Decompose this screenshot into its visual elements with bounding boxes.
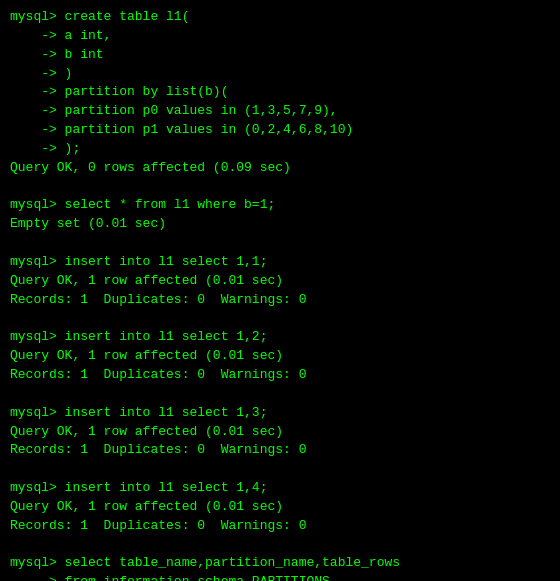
line-3: -> b int (10, 46, 550, 65)
line-26: mysql> insert into l1 select 1,4; (10, 479, 550, 498)
line-6: -> partition p0 values in (1,3,5,7,9), (10, 102, 550, 121)
line-24: Records: 1 Duplicates: 0 Warnings: 0 (10, 441, 550, 460)
line-28: Records: 1 Duplicates: 0 Warnings: 0 (10, 517, 550, 536)
line-1: mysql> create table l1( (10, 8, 550, 27)
line-2: -> a int, (10, 27, 550, 46)
line-27: Query OK, 1 row affected (0.01 sec) (10, 498, 550, 517)
line-19: Query OK, 1 row affected (0.01 sec) (10, 347, 550, 366)
line-18: mysql> insert into l1 select 1,2; (10, 328, 550, 347)
line-8: -> ); (10, 140, 550, 159)
line-31: -> from information_schema.PARTITIONS (10, 573, 550, 581)
line-16: Records: 1 Duplicates: 0 Warnings: 0 (10, 291, 550, 310)
line-9: Query OK, 0 rows affected (0.09 sec) (10, 159, 550, 178)
line-29 (10, 536, 550, 555)
line-20: Records: 1 Duplicates: 0 Warnings: 0 (10, 366, 550, 385)
line-17 (10, 310, 550, 329)
line-12: Empty set (0.01 sec) (10, 215, 550, 234)
line-10 (10, 178, 550, 197)
terminal: mysql> create table l1( -> a int, -> b i… (0, 0, 560, 581)
line-21 (10, 385, 550, 404)
line-22: mysql> insert into l1 select 1,3; (10, 404, 550, 423)
line-11: mysql> select * from l1 where b=1; (10, 196, 550, 215)
line-14: mysql> insert into l1 select 1,1; (10, 253, 550, 272)
line-13 (10, 234, 550, 253)
line-15: Query OK, 1 row affected (0.01 sec) (10, 272, 550, 291)
line-5: -> partition by list(b)( (10, 83, 550, 102)
line-25 (10, 460, 550, 479)
line-7: -> partition p1 values in (0,2,4,6,8,10) (10, 121, 550, 140)
line-4: -> ) (10, 65, 550, 84)
line-23: Query OK, 1 row affected (0.01 sec) (10, 423, 550, 442)
line-30: mysql> select table_name,partition_name,… (10, 554, 550, 573)
